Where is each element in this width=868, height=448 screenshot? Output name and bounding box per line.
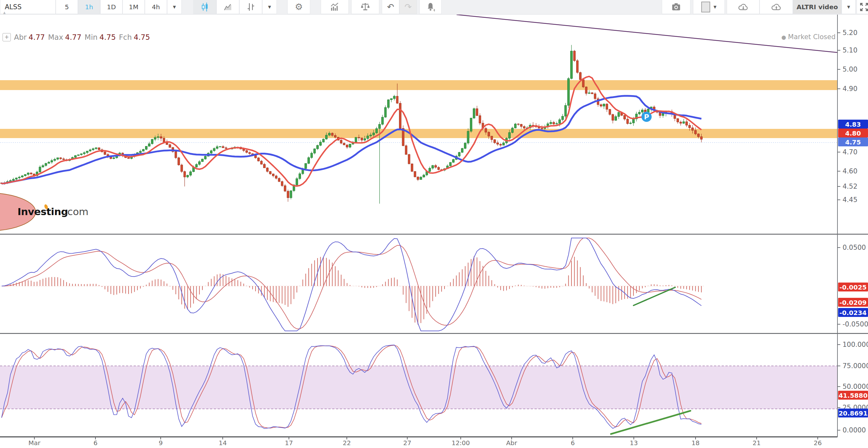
timeframe-1d[interactable]: 1D [100,0,123,14]
price-tick-label: 5.10 [842,46,858,54]
high-label: Max [48,33,63,41]
chevron-down-icon: ▼ [268,5,271,9]
chart-type-dropdown[interactable]: ▼ [262,0,277,14]
stoch-tick-label: 75.0000 [842,362,868,370]
indicators-button[interactable] [321,0,349,14]
fullscreen-button[interactable] [857,0,868,14]
open-label: Abr [14,33,27,41]
p-marker-label: P [644,113,649,121]
axis-badge-value: -0.0234 [839,309,866,317]
ohlc-readout: + Abr 4.77 Max 4.77 Min 4.75 Fch 4.75 [3,33,150,41]
line-chart-icon [223,3,232,11]
indicators-icon [330,3,340,11]
settings-button[interactable]: ⚙ [287,0,310,14]
cloud-upload-icon [771,2,782,12]
x-tick-label: 9 [159,439,163,447]
x-tick-label: 14 [219,439,226,447]
toolbar-collapse-icon[interactable]: ▲ [3,11,6,14]
redo-button[interactable]: ↷ [399,0,417,14]
timeframe-dropdown[interactable]: ▼ [167,0,182,14]
x-tick-label: 18 [691,439,700,447]
status-dot-icon: ● [781,34,786,40]
high-value: 4.77 [65,33,82,41]
x-tick-label: 6 [571,439,575,447]
macd-tick-label: -0.0500 [842,320,868,328]
investing-logo: Investing [18,206,68,217]
stoch-tick-label: 0.0000 [842,426,866,434]
x-tick-label: 13 [630,439,638,447]
trading-app: { "toolbar": { "symbol": "ALSS", "timefr… [0,0,868,448]
chart-type-line-button[interactable] [216,0,239,14]
gear-icon: ⚙ [294,2,303,12]
axis-badge-value: -0.0209 [839,299,866,307]
ma-slow-line [2,96,701,184]
close-label: Fch [119,33,132,41]
compare-button[interactable] [351,0,379,14]
fullscreen-icon [860,2,868,12]
axis-badge-value: 4.80 [845,129,861,137]
status-text: Market Closed [788,33,836,41]
price-tick-label: 4.45 [842,196,858,204]
axis-badge-value: 4.83 [845,121,861,128]
chevron-down-icon: ▼ [847,5,850,9]
legend-toggle-icon[interactable]: + [3,33,11,41]
chart-type-bars-button[interactable] [239,0,262,14]
stoch-tick-label: 100.0000 [842,341,868,348]
video-dropdown[interactable]: ▼ [842,0,856,14]
undo-button[interactable]: ↶ [382,0,399,14]
chart-canvas[interactable]: PInvesting.com5.205.105.004.904.704.604.… [0,0,868,448]
price-tick-label: 5.00 [842,66,858,73]
timeframe-5[interactable]: 5 [56,0,78,14]
chart-type-candles-button[interactable] [193,0,216,14]
supply-zone-band[interactable] [0,80,837,90]
macd-histogram [2,256,701,324]
open-value: 4.77 [29,33,45,41]
investing-logo-suffix: .com [64,206,89,217]
axis-badge-value: 20.8691 [838,410,867,417]
x-tick-label: 6 [94,439,98,447]
theme-selector[interactable]: ▼ [693,0,725,14]
axis-badge-value: 41.5880 [838,392,867,399]
price-tick-label: 4.90 [842,85,858,93]
timeframe-4h[interactable]: 4h [145,0,167,14]
ohlc-bars-icon [247,3,255,11]
alert-bell-add-icon: + [426,2,435,12]
undo-icon: ↶ [387,2,394,12]
camera-icon [671,3,681,11]
low-value: 4.75 [100,33,116,41]
close-value: 4.75 [134,33,150,41]
price-tick-label: 4.60 [842,167,858,175]
video-button[interactable]: ALTRI video [793,0,842,14]
chevron-down-icon: ▼ [713,5,716,9]
x-tick-label: 26 [814,439,822,447]
candlestick-chart-icon [201,3,209,11]
timeframe-1m[interactable]: 1M [123,0,145,14]
compare-scales-icon [361,2,370,12]
x-tick-label: 21 [752,439,761,447]
screenshot-button[interactable] [662,0,690,14]
stoch-tick-label: 50.0000 [842,383,868,390]
save-layout-button[interactable] [760,0,793,14]
x-tick-label: Mar [28,439,41,447]
macd-tick-label: 0.0500 [842,244,866,251]
x-tick-label: 22 [343,439,351,447]
redo-icon: ↷ [404,2,412,12]
cloud-download-icon [738,2,749,12]
x-tick-label: 17 [285,439,293,447]
load-layout-button[interactable] [727,0,760,14]
stoch-trendline-drawing[interactable] [611,411,690,434]
price-tick-label: 4.70 [842,148,858,156]
stoch-band [0,366,837,409]
toolbar: ALSS 5 1h 1D 1M 4h ▼ ▼ ⚙ [0,0,868,14]
candles-layer [1,45,703,204]
price-tick-label: 5.20 [842,29,858,37]
axis-badge-value: -0.0025 [839,284,866,291]
supply-zone-band[interactable] [0,129,837,138]
x-tick-label: 12:00 [452,439,470,447]
timeframe-1h[interactable]: 1h [78,0,100,14]
market-status: ●Market Closed [766,33,836,41]
add-alert-button[interactable]: + [420,0,442,14]
price-tick-label: 4.52 [842,183,858,190]
symbol-label[interactable]: ALSS [0,0,56,14]
x-tick-label: Abr [506,439,517,447]
